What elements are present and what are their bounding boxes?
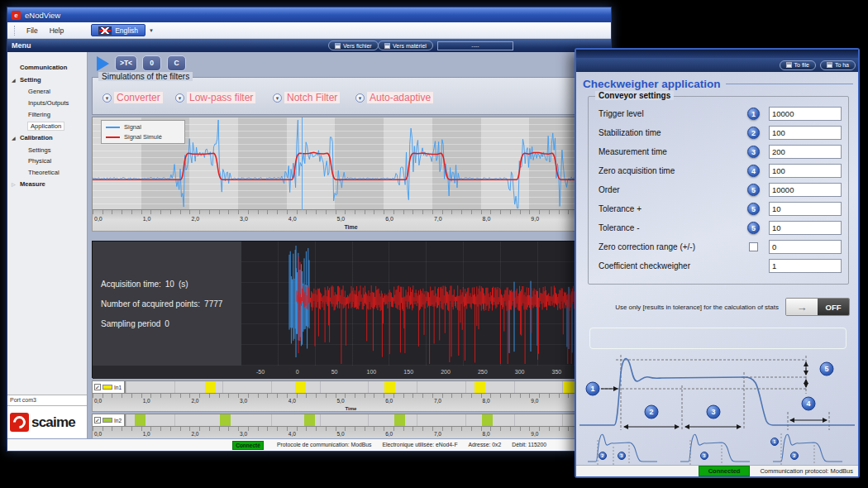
tick-label: 5,0 [337,216,346,222]
zero-correction-input[interactable] [769,240,842,254]
tick-label: -50 [256,369,265,375]
page-title: Checkweigher application [583,78,853,90]
sidebar-item-inputs-outputs[interactable]: Inputs/Outputs [7,98,87,109]
acquisition-plot: Acquisition time:10(s) Number of acquire… [93,242,611,366]
mini-diagram-3: 12 [771,433,843,465]
axis-tick-labels: 0,01,02,03,04,05,06,07,08,09,0 [93,398,609,405]
tick-label: 2,0 [191,216,199,222]
zero-acquisition-time-input[interactable] [769,164,842,178]
target-combo[interactable]: ---- [437,41,513,50]
status-baudrate: Débit: 115200 [512,442,546,447]
main-content: >T< 0 C Simulations of the filters ▼Conv… [88,52,611,440]
tab-low-pass-filter[interactable]: ▼Low-pass filter [175,92,255,103]
sidebar-item-theoretical[interactable]: Theoretical [7,167,87,179]
toggle-arrow-icon[interactable]: → [786,299,818,315]
tick-label: 0,0 [94,398,102,404]
timing-diagram: 1 2 3 4 5 23 3 12 [576,347,858,466]
sidebar-item-general[interactable]: General [7,86,87,98]
to-hardware-button[interactable]: To ha [820,60,856,70]
badge-1: 1 [747,108,760,120]
tick-label: 3,0 [240,431,247,437]
badge-5: 5 [747,222,760,234]
tab-auto-adaptive[interactable]: ▼Auto-adaptive [355,92,433,103]
language-button[interactable]: English [91,24,145,36]
tick-label: 250 [478,369,488,375]
expander-icon[interactable]: ▼ [103,93,112,103]
menu-file[interactable]: File [21,25,44,36]
measurement-time-input[interactable] [769,145,842,159]
tick-label: 100 [367,369,377,375]
legend-signal-simule: Signal Simulé [106,133,180,141]
sidebar-item-physical[interactable]: Physical [7,155,87,167]
tick-label: 300 [515,369,525,375]
blue-line-icon [106,127,120,128]
checkbox-checked-icon[interactable]: ✓ [94,417,101,423]
zero-button[interactable]: 0 [142,55,161,71]
acquisition-chart: Acquisition time:10(s) Number of acquire… [92,241,610,378]
channel-color-swatch [103,385,112,390]
checkbox-checked-icon[interactable]: ✓ [94,384,101,390]
tick-label: 3,0 [240,216,248,222]
play-button[interactable] [97,56,109,71]
titlebar[interactable]: e eNodView [7,7,611,22]
tick-label: 8,0 [483,216,491,222]
order-input[interactable] [769,183,842,197]
expanded-arrow-icon[interactable]: ◢ [12,77,16,83]
trigger-level-input[interactable] [769,107,842,121]
field-tolerance-minus: Tolerance -5 [599,219,842,236]
expander-icon[interactable]: ▼ [355,93,365,103]
channel-in2-toggle[interactable]: ✓ In2 [92,414,125,427]
checkweigher-titlebar[interactable] [576,50,858,58]
event-marker [295,381,306,393]
tick-label: 7,0 [434,216,442,222]
expander-icon[interactable]: ▼ [175,93,184,103]
sidebar-item-application[interactable]: Application [7,120,87,132]
tick-label: 150 [403,369,413,375]
language-dropdown-button[interactable]: ▼ [147,26,155,36]
tick-label: 6,0 [385,431,393,437]
tare-button[interactable]: >T< [115,55,137,71]
tolerance-minus-input[interactable] [769,221,842,235]
to-file-button[interactable]: Vers fichier [328,41,379,50]
stats-toggle-switch[interactable]: → OFF [785,298,850,316]
event-marker [564,381,575,393]
tab-converter[interactable]: ▼Converter [103,92,163,103]
stabilization-time-input[interactable] [769,126,842,140]
clear-button[interactable]: C [167,55,186,71]
sidebar-item-measure[interactable]: ▷Measure [7,178,87,190]
filters-group-title: Simulations of the filters [98,72,193,81]
channel-in1-toggle[interactable]: ✓ In1 [92,380,125,394]
event-marker [304,414,315,426]
collapsed-arrow-icon[interactable]: ▷ [12,181,16,187]
coefficient-input[interactable] [769,259,842,273]
field-tolerance-plus: Tolerance +5 [599,200,842,217]
sidebar-item-calibration[interactable]: ◢Calibration [7,132,87,144]
signal-chart-x-axis: 0,01,02,03,04,05,06,07,08,09,0 Time [92,210,610,232]
save-icon [827,62,832,68]
acquisition-info: Acquisition time:10(s) Number of acquire… [93,242,241,366]
sidebar-item-setting[interactable]: ◢Setting [7,74,87,86]
expanded-arrow-icon[interactable]: ◢ [12,135,16,141]
sidebar-item-communication[interactable]: Communication [7,61,87,74]
sidebar-item-filtering[interactable]: Filtering [7,109,87,121]
tick-label: 3,0 [240,398,247,404]
chart-cursor[interactable] [302,117,303,211]
to-file-button[interactable]: To file [780,60,816,70]
expander-icon[interactable]: ▼ [273,93,282,103]
tick-label: 1,0 [143,216,151,222]
event-marker [384,381,395,393]
event-marker [220,414,231,426]
field-stabilization-time: Stabilization time2 [599,124,842,141]
to-hardware-button[interactable]: Vers matériel [378,41,433,50]
save-icon [786,62,792,68]
stats-toggle-row: Use only [results in tolerance] for the … [593,298,850,316]
checkweigher-toolbar: To file To ha [576,58,858,72]
filters-groupbox: Simulations of the filters ▼Converter ▼L… [92,77,576,115]
tolerance-plus-input[interactable] [769,202,842,216]
menu-help[interactable]: Help [44,25,69,36]
sidebar-item-settings[interactable]: Settings [7,144,87,155]
tab-notch-filter[interactable]: ▼Notch Filter [273,92,340,103]
zero-correction-checkbox[interactable] [749,242,758,251]
tick-label: 7,0 [434,398,441,404]
event-marker [394,414,405,426]
